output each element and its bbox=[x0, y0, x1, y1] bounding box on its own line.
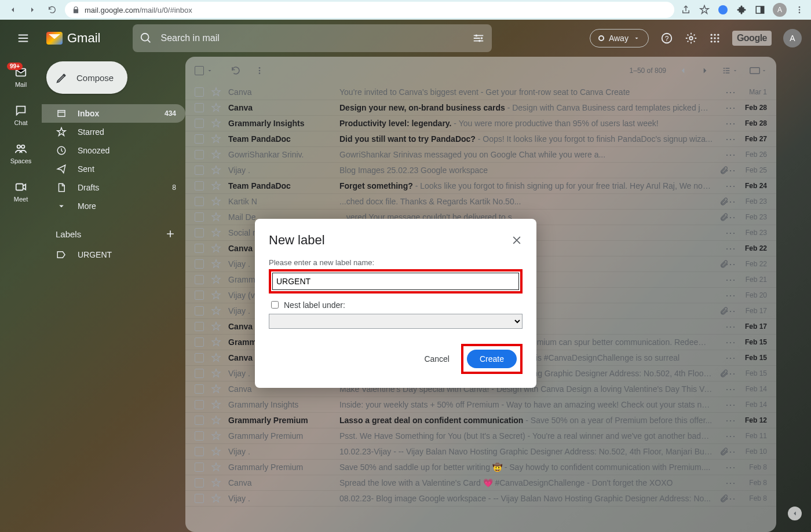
highlight-input-box bbox=[269, 269, 523, 293]
svg-rect-1 bbox=[761, 6, 764, 13]
label-name-input[interactable] bbox=[272, 273, 519, 290]
browser-profile-avatar[interactable]: A bbox=[773, 3, 787, 17]
bookmark-star-icon[interactable] bbox=[699, 4, 710, 16]
label-name-prompt: Please enter a new label name: bbox=[269, 258, 523, 267]
address-bar[interactable]: mail.google.com/mail/u/0/#inbox bbox=[65, 2, 674, 18]
close-icon bbox=[511, 234, 523, 246]
dialog-title: New label bbox=[269, 233, 325, 248]
extensions-icon[interactable] bbox=[736, 4, 747, 16]
svg-point-3 bbox=[799, 9, 801, 11]
extension-dot-icon[interactable] bbox=[717, 4, 729, 16]
new-label-dialog: New label Please enter a new label name:… bbox=[255, 219, 536, 388]
url-host: mail.google.com bbox=[85, 6, 140, 14]
panel-icon[interactable] bbox=[754, 4, 766, 16]
lock-icon bbox=[72, 6, 80, 14]
forward-button[interactable] bbox=[25, 3, 39, 17]
create-button[interactable]: Create bbox=[467, 350, 517, 368]
svg-point-4 bbox=[799, 12, 801, 13]
nest-parent-select[interactable] bbox=[269, 314, 523, 329]
close-button[interactable] bbox=[511, 234, 523, 246]
cancel-button[interactable]: Cancel bbox=[417, 350, 456, 368]
nest-checkbox[interactable] bbox=[271, 301, 279, 309]
browser-menu-icon[interactable] bbox=[794, 4, 805, 16]
url-path: /mail/u/0/#inbox bbox=[140, 6, 192, 14]
reload-button[interactable] bbox=[45, 3, 59, 17]
back-button[interactable] bbox=[6, 3, 20, 17]
browser-toolbar: mail.google.com/mail/u/0/#inbox A bbox=[0, 0, 811, 20]
nest-label: Nest label under: bbox=[284, 300, 345, 310]
svg-point-2 bbox=[799, 6, 801, 8]
highlight-create-box: Create bbox=[461, 344, 523, 374]
share-icon[interactable] bbox=[680, 4, 692, 16]
